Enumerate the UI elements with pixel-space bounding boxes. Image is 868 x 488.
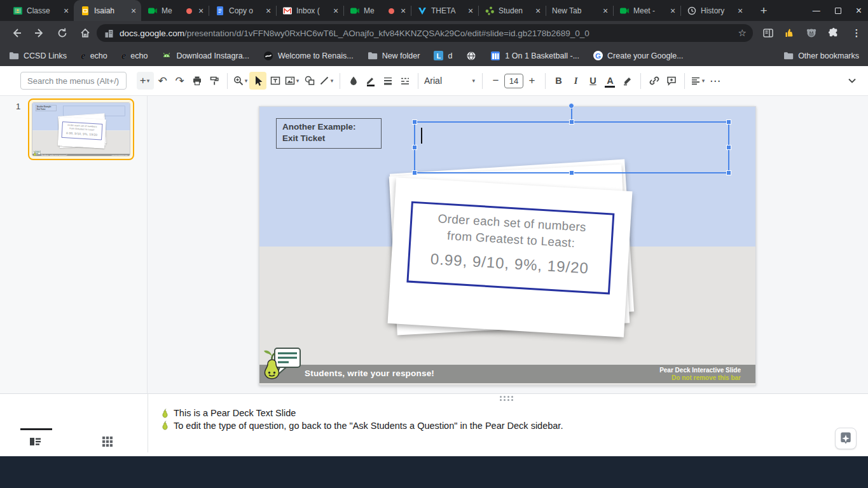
grid-view-button[interactable]: [102, 436, 114, 449]
tab-close-icon[interactable]: ×: [263, 6, 273, 16]
minimize-icon[interactable]: —: [813, 8, 820, 14]
tab-close-icon[interactable]: ×: [735, 6, 745, 16]
select-tool-button[interactable]: [249, 72, 266, 90]
tab-theta[interactable]: THETA ×: [411, 1, 478, 21]
paint-format-button[interactable]: [205, 72, 223, 90]
bookmark-welcome[interactable]: Welcome to Renais...: [263, 51, 354, 61]
bookmark-d[interactable]: Ld: [434, 51, 452, 60]
insert-line-button[interactable]: ▾: [318, 72, 335, 90]
tab-students[interactable]: Studen ×: [478, 1, 546, 21]
border-weight-button[interactable]: [379, 72, 396, 90]
bookmark-new-folder[interactable]: New folder: [368, 51, 420, 60]
bookmark-echo-1[interactable]: eecho: [81, 51, 107, 60]
tab-close-icon[interactable]: ×: [398, 6, 408, 16]
resize-handle-w[interactable]: [412, 145, 417, 150]
underline-button[interactable]: U: [584, 72, 602, 90]
reload-icon[interactable]: [55, 25, 70, 41]
explore-button[interactable]: [835, 428, 857, 449]
tab-close-icon[interactable]: ×: [331, 6, 341, 16]
hide-menus-button[interactable]: [843, 72, 860, 90]
tab-gmail[interactable]: Inbox ( ×: [276, 1, 343, 21]
pear-deck-footer-bar[interactable]: Students, write your response! Pear Deck…: [259, 365, 755, 383]
print-button[interactable]: [188, 72, 205, 90]
tab-close-icon[interactable]: ×: [128, 6, 139, 16]
resize-handle-ne[interactable]: [726, 119, 731, 125]
forward-icon[interactable]: [32, 25, 47, 41]
tab-history[interactable]: History ×: [680, 1, 748, 21]
slide-canvas[interactable]: Another Example:Exit Ticket Order each s…: [259, 106, 756, 386]
decrease-font-size-button[interactable]: −: [487, 72, 504, 90]
insert-image-button[interactable]: ▾: [284, 72, 301, 90]
resize-handle-sw[interactable]: [412, 170, 417, 175]
tab-close-icon[interactable]: ×: [196, 6, 206, 16]
extensions-puzzle-icon[interactable]: [827, 26, 841, 40]
other-bookmarks[interactable]: Other bookmarks: [783, 51, 859, 60]
italic-button[interactable]: I: [567, 72, 584, 90]
restore-window-icon[interactable]: [835, 8, 841, 14]
text-box-button[interactable]: [266, 72, 284, 90]
zoom-button[interactable]: ▾: [232, 72, 249, 90]
bookmark-globe[interactable]: [466, 51, 476, 61]
tab-meet-1[interactable]: Me ×: [141, 1, 209, 21]
menu-search-input[interactable]: [20, 72, 127, 90]
tab-slides-active[interactable]: Isaiah ×: [74, 0, 141, 21]
rotation-handle[interactable]: [568, 103, 574, 109]
resize-handle-nw[interactable]: [412, 119, 417, 125]
tab-close-icon[interactable]: ×: [600, 6, 610, 16]
border-dash-button[interactable]: [396, 72, 413, 90]
site-info-icon[interactable]: [104, 29, 114, 38]
font-size-input[interactable]: [504, 74, 523, 88]
new-tab-button[interactable]: +: [755, 3, 772, 19]
home-icon[interactable]: [78, 25, 93, 41]
bold-button[interactable]: B: [550, 72, 567, 90]
bookmark-instagram-download[interactable]: Download Instagra...: [162, 51, 249, 60]
tab-new-tab[interactable]: New Tab ×: [546, 1, 613, 21]
tab-close-icon[interactable]: ×: [533, 6, 543, 16]
back-icon[interactable]: [9, 25, 24, 41]
align-button[interactable]: ▾: [689, 72, 706, 90]
border-color-button[interactable]: [362, 72, 379, 90]
thumbs-up-extension-icon[interactable]: [783, 26, 797, 40]
resize-handle-e[interactable]: [726, 145, 731, 150]
tab-meet-3[interactable]: Meet - ×: [613, 1, 680, 21]
title-text-box[interactable]: Another Example:Exit Ticket: [276, 118, 382, 149]
undo-button[interactable]: ↶: [154, 72, 171, 90]
tab-close-icon[interactable]: ×: [465, 6, 476, 16]
bookmark-ccsd-links[interactable]: CCSD Links: [9, 51, 67, 60]
tab-classroom[interactable]: Classe ×: [6, 1, 74, 21]
increase-font-size-button[interactable]: +: [523, 72, 541, 90]
insert-shape-button[interactable]: [301, 72, 318, 90]
more-options-button[interactable]: ⋯: [706, 72, 724, 90]
selected-response-text-box[interactable]: [414, 121, 729, 173]
gorilla-extension-icon[interactable]: [804, 26, 818, 40]
fill-color-button[interactable]: [345, 72, 362, 90]
bookmark-basketball[interactable]: 1 On 1 Basketball -...: [490, 51, 579, 61]
insert-link-button[interactable]: [645, 72, 663, 90]
bookmark-star-icon[interactable]: ☆: [738, 27, 747, 39]
slide-thumbnail[interactable]: Another Example:Exit Ticket Order each s…: [28, 98, 134, 160]
resize-handle-se[interactable]: [726, 170, 731, 175]
tab-meet-2[interactable]: Me ×: [343, 1, 411, 21]
speaker-notes[interactable]: This is a Pear Deck Text Slide To edit t…: [161, 407, 563, 432]
new-slide-button[interactable]: +▾: [137, 72, 154, 90]
tab-docs[interactable]: Copy o ×: [209, 1, 276, 21]
tab-close-icon[interactable]: ×: [61, 6, 71, 16]
reading-list-icon[interactable]: [761, 26, 775, 40]
highlight-color-button[interactable]: [619, 72, 636, 90]
close-window-icon[interactable]: ×: [856, 5, 862, 17]
paper-card-front[interactable]: Order each set of numbersfrom Greatest t…: [388, 177, 633, 337]
resize-handle-s[interactable]: [569, 170, 574, 175]
swoosh-icon: [263, 51, 273, 61]
redo-button[interactable]: ↷: [171, 72, 188, 90]
resize-handle-n[interactable]: [569, 119, 574, 125]
filmstrip-view-button[interactable]: [29, 436, 42, 449]
bookmark-create-google[interactable]: GCreate your Google...: [593, 51, 684, 60]
tab-close-icon[interactable]: ×: [668, 6, 678, 16]
browser-menu-icon[interactable]: ⋮: [850, 26, 864, 40]
notes-resize-handle[interactable]: [500, 396, 514, 401]
insert-comment-button[interactable]: [663, 72, 680, 90]
text-color-button[interactable]: A: [602, 72, 619, 90]
font-family-dropdown[interactable]: Arial▾: [423, 72, 478, 90]
address-bar[interactable]: docs.google.com/presentation/d/1vFFN8wy0…: [97, 24, 753, 42]
bookmark-echo-2[interactable]: eecho: [121, 51, 148, 60]
